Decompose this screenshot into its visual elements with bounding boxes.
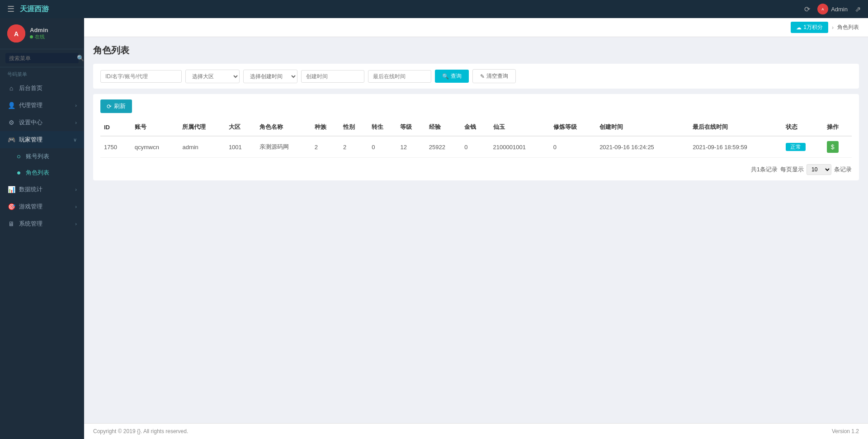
share-icon[interactable]: ⇗ — [855, 5, 861, 14]
status-badge: 正常 — [786, 143, 806, 151]
col-money: 金钱 — [461, 118, 489, 136]
col-last-online: 最后在线时间 — [689, 118, 782, 136]
header-refresh-icon[interactable]: ⟳ — [804, 5, 810, 14]
search-button[interactable]: 🔍 查询 — [435, 70, 469, 83]
clear-btn-label: 清空查询 — [486, 72, 508, 80]
breadcrumb-separator: › — [832, 24, 834, 31]
system-icon: 🖥 — [7, 220, 15, 227]
col-action: 操作 — [823, 118, 852, 136]
chevron-right-icon-3: › — [75, 187, 77, 192]
per-page-select[interactable]: 10 20 50 100 — [807, 164, 831, 175]
settings-icon: ⚙ — [7, 119, 15, 126]
breadcrumb-home-label: 1万积分 — [803, 24, 823, 31]
svg-text:A: A — [821, 7, 824, 11]
create-time-select[interactable]: 选择创建时间 — [243, 70, 297, 83]
cell-money: 0 — [461, 136, 489, 158]
sidebar-item-dashboard-label: 后台首页 — [19, 84, 77, 92]
svg-text:A: A — [14, 30, 19, 38]
table-row: 1750 qcymwcn admin 1001 亲测源码网 2 2 0 12 2… — [100, 136, 852, 158]
pagination-bar: 共1条记录 每页显示 10 20 50 100 条记录 — [100, 164, 852, 175]
col-region: 大区 — [225, 118, 256, 136]
cell-status: 正常 — [782, 136, 823, 158]
menu-toggle-icon[interactable]: ☰ — [7, 4, 14, 14]
sidebar-item-player[interactable]: 🎮 玩家管理 ∨ — [0, 131, 84, 148]
sidebar-item-agent[interactable]: 👤 代理管理 › — [0, 97, 84, 114]
search-input-wrap: 🔍 — [5, 53, 79, 63]
sidebar-sub-item-role-label: 角色列表 — [26, 169, 49, 177]
cell-action: $ — [823, 136, 852, 158]
sidebar-section-label: 号码菜单 — [0, 67, 84, 80]
chevron-right-icon-4: › — [75, 204, 77, 209]
sidebar-user-status: 在线 — [30, 33, 48, 40]
col-level: 等级 — [396, 118, 425, 136]
sidebar-user-profile: A Admin 在线 — [0, 18, 84, 49]
refresh-button[interactable]: ⟳ 刷新 — [100, 99, 132, 113]
chevron-right-icon: › — [75, 103, 77, 108]
cell-region: 1001 — [225, 136, 256, 158]
sidebar-item-system[interactable]: 🖥 系统管理 › — [0, 215, 84, 232]
online-dot-icon — [30, 35, 33, 38]
cell-create-time: 2021-09-16 16:24:25 — [596, 136, 689, 158]
sidebar-item-settings-label: 设置中心 — [19, 118, 71, 127]
top-header: ☰ 天涯西游 ⟳ A Admin ⇗ — [0, 0, 868, 18]
last-online-input[interactable] — [368, 70, 431, 83]
header-right: ⟳ A Admin ⇗ — [804, 4, 861, 14]
col-exp: 经验 — [425, 118, 461, 136]
role-table: ID 账号 所属代理 大区 角色名称 种族 性别 转生 等级 经验 金钱 仙玉 — [100, 118, 852, 158]
breadcrumb-home-button[interactable]: ☁ 1万积分 — [791, 22, 828, 33]
cloud-icon: ☁ — [796, 24, 802, 31]
app-title: 天涯西游 — [20, 5, 49, 14]
agent-icon: 👤 — [7, 102, 15, 109]
col-role-name: 角色名称 — [256, 118, 311, 136]
sidebar-item-system-label: 系统管理 — [19, 220, 71, 228]
cell-agent: admin — [179, 136, 225, 158]
refresh-btn-icon: ⟳ — [107, 103, 112, 110]
sidebar-username: Admin — [30, 27, 48, 33]
table-area: ⟳ 刷新 ID 账号 所属代理 大区 角色名称 种族 性别 转生 — [93, 94, 859, 180]
cell-reborn: 0 — [368, 136, 396, 158]
sidebar-sub-item-account-label: 账号列表 — [26, 152, 49, 160]
home-icon: ⌂ — [7, 85, 15, 92]
search-icon[interactable]: 🔍 — [77, 55, 84, 61]
player-icon: 🎮 — [7, 136, 15, 143]
col-jade: 仙玉 — [490, 118, 550, 136]
layout: A Admin 在线 🔍 号码菜单 ⌂ 后台首页 👤 代 — [0, 18, 868, 439]
chevron-down-icon: ∨ — [73, 137, 77, 143]
col-account: 账号 — [131, 118, 179, 136]
sidebar-item-game-label: 游戏管理 — [19, 203, 71, 211]
page-title: 角色列表 — [93, 44, 859, 57]
clear-button[interactable]: ✎ 清空查询 — [472, 69, 516, 83]
admin-info: A Admin — [817, 4, 848, 14]
footer: Copyright © 2019 {}. All rights reserved… — [84, 423, 868, 439]
region-select[interactable]: 选择大区 大区1 大区2 — [185, 70, 240, 83]
sidebar-item-dashboard[interactable]: ⌂ 后台首页 — [0, 80, 84, 97]
clear-btn-icon: ✎ — [480, 73, 485, 80]
refresh-btn-label: 刷新 — [114, 102, 126, 110]
sidebar-item-data[interactable]: 📊 数据统计 › — [0, 181, 84, 198]
cell-account: qcymwcn — [131, 136, 179, 158]
chevron-right-icon-2: › — [75, 120, 77, 125]
sidebar-item-game[interactable]: 🎯 游戏管理 › — [0, 198, 84, 215]
chevron-right-icon-5: › — [75, 221, 77, 227]
sidebar-item-player-label: 玩家管理 — [19, 136, 70, 144]
sidebar-sub-item-role-list[interactable]: 角色列表 — [0, 165, 84, 181]
id-search-input[interactable] — [100, 70, 182, 83]
col-reborn: 转生 — [368, 118, 396, 136]
game-icon: 🎯 — [7, 203, 15, 210]
sidebar-search-input[interactable] — [9, 55, 77, 61]
filter-bar: 选择大区 大区1 大区2 选择创建时间 🔍 查询 ✎ 清空查询 — [93, 64, 859, 89]
sub-dot-filled-icon — [17, 171, 20, 175]
table-header-row: ID 账号 所属代理 大区 角色名称 种族 性别 转生 等级 经验 金钱 仙玉 — [100, 118, 852, 136]
col-practice: 修炼等级 — [550, 118, 596, 136]
sidebar-sub-item-account-list[interactable]: 账号列表 — [0, 148, 84, 165]
fire-icon: A — [818, 5, 827, 14]
action-detail-button[interactable]: $ — [827, 141, 839, 153]
footer-copyright: Copyright © 2019 {}. All rights reserved… — [93, 428, 188, 434]
col-create-time: 创建时间 — [596, 118, 689, 136]
create-time-input[interactable] — [301, 70, 364, 83]
admin-name-label: Admin — [831, 6, 848, 13]
cell-race: 2 — [311, 136, 340, 158]
sidebar-item-settings[interactable]: ⚙ 设置中心 › — [0, 114, 84, 131]
avatar: A — [817, 4, 828, 14]
cell-last-online: 2021-09-16 18:59:59 — [689, 136, 782, 158]
